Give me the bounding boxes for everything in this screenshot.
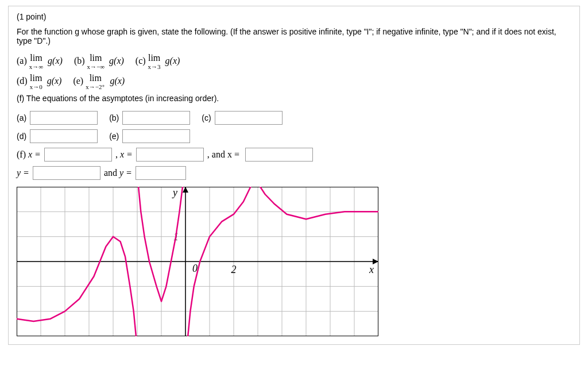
svg-marker-28 (183, 187, 188, 193)
points-label: (1 point) (17, 12, 571, 21)
answer-row-1: (a) (b) (c) (17, 111, 571, 125)
input-f-x1[interactable] (44, 148, 112, 162)
label-f-x2: , x = (115, 149, 133, 160)
label-f-y1: y = (17, 168, 29, 178)
answer-row-4: y = and y = (17, 166, 571, 180)
label-e: (e) (109, 132, 119, 141)
input-b[interactable] (122, 111, 190, 125)
input-f-y2[interactable] (136, 166, 186, 180)
graph-svg: 021yx (17, 187, 378, 336)
limit-row-2: (d) limx→0 g(x)(e) limx→−2⁺ g(x) (17, 74, 571, 90)
label-f-x3: , and x = (207, 149, 239, 160)
answer-row-2: (d) (e) (17, 129, 571, 143)
question-f: (f) The equations of the asymptotes (in … (17, 94, 571, 103)
label-b: (b) (109, 113, 119, 122)
input-a[interactable] (30, 111, 98, 125)
input-e[interactable] (122, 129, 190, 143)
answer-row-3: (f) x = , x = , and x = (17, 148, 571, 162)
input-f-x3[interactable] (245, 148, 313, 162)
svg-text:2: 2 (231, 264, 237, 275)
input-f-y1[interactable] (33, 166, 100, 180)
input-d[interactable] (30, 129, 98, 143)
label-a: (a) (17, 113, 26, 122)
label-c: (c) (202, 113, 211, 122)
svg-text:y: y (172, 187, 177, 198)
input-f-x2[interactable] (136, 148, 204, 162)
graph-area: 021yx (17, 187, 571, 336)
limit-row-1: (a) limx→∞ g(x)(b) limx→−∞ g(x)(c) limx→… (17, 53, 571, 70)
input-c[interactable] (215, 111, 283, 125)
svg-text:x: x (369, 264, 374, 275)
instructions-text: For the function g whose graph is given,… (17, 27, 571, 45)
problem-container: (1 point) For the function g whose graph… (8, 6, 580, 345)
label-f-y2: and y = (104, 168, 132, 178)
label-f-x1: (f) x = (17, 149, 41, 160)
label-d: (d) (17, 132, 26, 141)
